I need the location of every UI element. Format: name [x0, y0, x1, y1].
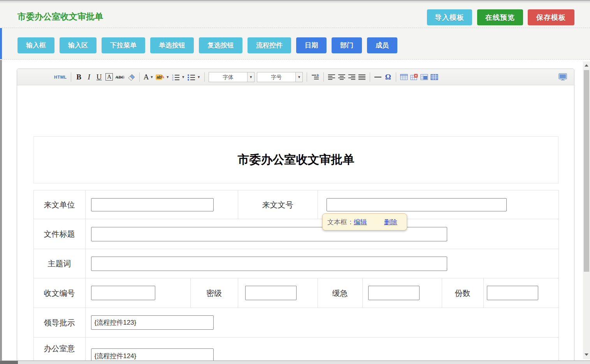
label-urgency: 缓急	[318, 278, 362, 308]
receipt-number-input[interactable]	[91, 286, 155, 300]
editor-document[interactable]: 市委办公室收文审批单 来文单位 来文文号 文件标题 主	[17, 136, 574, 364]
document-title-cell[interactable]: 市委办公室收文审批单	[33, 136, 558, 183]
online-preview-button[interactable]: 在线预览	[477, 9, 523, 25]
table-properties-button[interactable]	[419, 72, 429, 83]
import-template-button[interactable]: 导入模板	[427, 9, 472, 25]
leader-comment-input[interactable]	[91, 315, 214, 330]
add-date-button[interactable]: 日期	[296, 37, 327, 53]
label-receipt-number: 收文编号	[33, 278, 85, 308]
align-left-button[interactable]	[327, 72, 337, 83]
special-char-button[interactable]: Ω	[383, 72, 393, 83]
add-dropdown-button[interactable]: 下拉菜单	[102, 37, 145, 53]
toolbar-separator	[370, 72, 370, 82]
keywords-input[interactable]	[91, 257, 447, 271]
chevron-down-icon: ▼	[166, 75, 169, 79]
toolbar-separator	[139, 72, 140, 82]
font-family-select[interactable]: 字体 ▼	[209, 72, 255, 82]
table-row: 收文编号 密级 缓急 份数	[33, 278, 558, 308]
rich-text-editor: HTML B I U A ABC A▼ ab✎▼	[17, 69, 574, 364]
underline-button[interactable]: U	[94, 72, 104, 83]
urgency-input[interactable]	[368, 286, 420, 300]
cell-properties-button[interactable]	[429, 72, 439, 83]
italic-button[interactable]: I	[84, 72, 94, 83]
label-secrecy: 密级	[190, 278, 238, 308]
html-source-button[interactable]: HTML	[53, 72, 68, 83]
add-member-button[interactable]: 成员	[367, 37, 397, 53]
scrollbar-thumb[interactable]	[584, 70, 589, 272]
font-style-button[interactable]: A	[104, 72, 114, 83]
svg-text:3: 3	[172, 79, 174, 81]
tooltip-delete-link[interactable]: 删除	[384, 218, 397, 227]
clipped-blue-element	[0, 28, 2, 59]
add-checkbox-button[interactable]: 复选按钮	[199, 37, 242, 53]
unordered-list-button[interactable]: ▼	[186, 72, 202, 83]
indent-button[interactable]	[310, 72, 321, 83]
omega-icon: Ω	[385, 73, 391, 81]
font-size-select[interactable]: 字号 ▼	[257, 72, 303, 82]
align-right-button[interactable]	[347, 72, 357, 83]
chevron-down-icon[interactable]: ▼	[247, 72, 254, 82]
scroll-up-icon	[585, 64, 588, 67]
label-leader-comment: 领导批示	[33, 308, 85, 338]
strikethrough-button[interactable]: ABC	[114, 72, 126, 83]
label-source-unit: 来文单位	[33, 190, 85, 219]
highlight-button[interactable]: ab✎▼	[155, 72, 170, 83]
tooltip-label: 文本框：	[327, 218, 354, 227]
table-row: 文件标题	[33, 219, 558, 249]
table-row: 领导批示	[33, 308, 558, 338]
form-table: 来文单位 来文文号 文件标题 主题词 收文编号 密级	[33, 190, 559, 364]
label-doc-number: 来文文号	[238, 190, 318, 219]
chevron-down-icon[interactable]: ▼	[295, 72, 302, 82]
align-justify-icon	[358, 74, 366, 80]
ordered-list-button[interactable]: 1 2 3 ▼	[170, 72, 186, 83]
vertical-scrollbar[interactable]	[583, 62, 590, 359]
delete-table-button[interactable]	[409, 72, 419, 83]
toolbar-separator	[307, 72, 307, 82]
scroll-up-button[interactable]	[583, 62, 590, 69]
align-center-icon	[338, 74, 346, 80]
label-doc-title: 文件标题	[33, 219, 85, 249]
toolbar-separator	[71, 72, 71, 82]
align-center-button[interactable]	[337, 72, 347, 83]
label-office-opinion: 办公室意	[33, 338, 85, 364]
table-properties-icon	[420, 74, 428, 81]
clipped-gray-edge	[0, 60, 2, 364]
add-department-button[interactable]: 部门	[332, 37, 362, 53]
pencil-icon: ✎	[161, 74, 165, 80]
add-radio-button[interactable]: 单选按钮	[150, 37, 194, 53]
font-family-value: 字体	[209, 72, 247, 82]
insert-table-button[interactable]	[399, 72, 409, 83]
editor-toolbar: HTML B I U A ABC A▼ ab✎▼	[17, 69, 574, 85]
add-input-area-button[interactable]: 输入区	[60, 37, 97, 53]
html-label: HTML	[54, 75, 67, 79]
align-right-icon	[348, 74, 356, 80]
eraser-icon	[127, 73, 135, 81]
horizontal-rule-icon	[374, 77, 381, 77]
horizontal-rule-button[interactable]	[373, 72, 383, 83]
ordered-list-icon: 1 2 3	[172, 73, 180, 81]
save-template-button[interactable]: 保存模板	[528, 9, 574, 25]
fullscreen-button[interactable]	[557, 72, 569, 83]
secrecy-input[interactable]	[245, 286, 297, 300]
align-justify-button[interactable]	[357, 72, 367, 83]
add-flow-control-button[interactable]: 流程控件	[248, 37, 291, 53]
toolbar-separator	[204, 72, 205, 82]
chevron-down-icon: ▼	[197, 75, 200, 79]
remove-format-button[interactable]	[126, 72, 137, 83]
bold-button[interactable]: B	[74, 72, 84, 83]
tooltip-edit-link[interactable]: 编辑	[354, 218, 367, 227]
copies-input[interactable]	[487, 286, 538, 300]
boxed-a-icon: A	[105, 73, 113, 81]
font-color-button[interactable]: A▼	[142, 72, 155, 83]
status-corner	[0, 361, 18, 364]
document-title: 市委办公室收文审批单	[238, 152, 355, 168]
table-row: 来文单位 来文文号	[33, 190, 558, 219]
control-toolbar: 输入框 输入区 下拉菜单 单选按钮 复选按钮 流程控件 日期 部门 成员	[18, 37, 397, 53]
add-input-box-button[interactable]: 输入框	[18, 37, 54, 53]
bold-icon: B	[76, 73, 81, 81]
doc-number-input[interactable]	[327, 198, 507, 211]
italic-icon: I	[88, 73, 90, 81]
header: 市委办公室收文审批单 导入模板 在线预览 保存模板 输入框 输入区 下拉菜单 单…	[0, 3, 590, 60]
scroll-down-button[interactable]	[583, 352, 590, 358]
source-unit-input[interactable]	[91, 198, 214, 211]
